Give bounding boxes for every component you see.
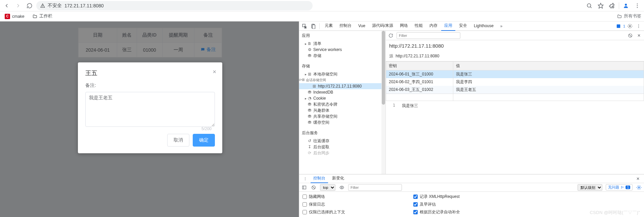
overflow-icon[interactable]: » bbox=[497, 24, 505, 29]
col-value[interactable]: 值 bbox=[453, 62, 644, 70]
svg-point-8 bbox=[637, 7, 638, 8]
folder-icon bbox=[33, 14, 37, 19]
refresh-icon[interactable] bbox=[388, 33, 394, 38]
forward-icon[interactable] bbox=[13, 1, 23, 10]
tab-security[interactable]: 安全 bbox=[456, 21, 470, 31]
all-bookmarks[interactable]: 所有书签 bbox=[617, 13, 641, 19]
tab-application[interactable]: 应用 bbox=[441, 21, 455, 31]
svg-point-6 bbox=[637, 3, 638, 4]
check-eager[interactable]: 及早评估 bbox=[413, 202, 524, 207]
console-sidebar-icon[interactable] bbox=[301, 185, 307, 190]
context-select[interactable]: top bbox=[320, 184, 335, 191]
remark-textarea[interactable]: 我是王老五 bbox=[85, 92, 215, 127]
zoom-icon[interactable] bbox=[585, 1, 594, 10]
star-icon[interactable] bbox=[596, 1, 605, 10]
tree-cache[interactable]: ⛃缓存空间 bbox=[299, 119, 385, 125]
section-bg: 后台服务 bbox=[299, 128, 385, 138]
tab-memory[interactable]: 内存 bbox=[426, 21, 441, 31]
tab-network[interactable]: 网络 bbox=[397, 21, 411, 31]
insecure-label: 不安全 bbox=[48, 3, 62, 9]
tab-sources[interactable]: 源代码/来源 bbox=[369, 21, 396, 31]
bookmark-cmake[interactable]: C cmake bbox=[3, 13, 27, 20]
svg-rect-11 bbox=[312, 25, 315, 29]
issues-link[interactable]: 无问题 🏳 1 bbox=[606, 184, 633, 191]
drawer-kebab-icon[interactable] bbox=[301, 177, 309, 181]
live-expr-icon[interactable] bbox=[339, 185, 345, 190]
gear-icon[interactable] bbox=[626, 23, 634, 29]
tree-bg-fetch[interactable]: ↧后台提取 bbox=[299, 144, 385, 150]
storage-filter[interactable] bbox=[397, 32, 460, 39]
storage-row-empty[interactable] bbox=[386, 94, 644, 101]
tree-interest[interactable]: ⛃兴趣群体 bbox=[299, 107, 385, 113]
sidebar-scrollbar[interactable] bbox=[381, 31, 385, 174]
storage-row[interactable]: 2024-06-01_张三_01000我是张三 bbox=[386, 70, 644, 78]
browser-chrome: 不安全 172.21.17.11:8080 C cmake 工作栏 所有书签 bbox=[0, 0, 644, 21]
menu-icon[interactable] bbox=[633, 1, 642, 10]
tree-bg-sync[interactable]: ⟳后台同步 bbox=[299, 150, 385, 156]
console-drawer: 控制台 新变化 ✕ top 默认级别 无问题 🏳 1 bbox=[299, 174, 644, 217]
storage-panel: ✕ http://172.21.17.11:8080 源 http://172.… bbox=[386, 31, 644, 174]
back-icon[interactable] bbox=[2, 1, 11, 10]
char-count: 5/200 bbox=[201, 126, 212, 131]
tab-console[interactable]: 控制台 bbox=[336, 21, 355, 31]
omnibox[interactable]: 不安全 172.21.17.11:8080 bbox=[36, 1, 313, 10]
check-context[interactable]: 仅限已选择的上下文 bbox=[303, 209, 413, 215]
console-filter[interactable] bbox=[348, 184, 402, 191]
devtools: 元素 控制台 Vue 源代码/来源 网络 性能 内存 应用 安全 Lightho… bbox=[299, 21, 644, 217]
svg-point-26 bbox=[341, 187, 342, 188]
console-clear-icon[interactable] bbox=[311, 185, 317, 190]
inspect-icon[interactable] bbox=[301, 23, 309, 29]
confirm-button[interactable]: 确定 bbox=[193, 134, 215, 147]
tree-manifest[interactable]: ▸🗎清单 bbox=[299, 41, 385, 47]
tree-service-workers[interactable]: ⚙Service workers bbox=[299, 47, 385, 53]
issues-icon[interactable] bbox=[614, 24, 623, 29]
warning-icon bbox=[40, 3, 45, 8]
svg-point-19 bbox=[305, 177, 306, 178]
svg-point-5 bbox=[625, 4, 627, 6]
tree-private-token[interactable]: ⛃私密状态令牌 bbox=[299, 101, 385, 107]
extensions-icon[interactable] bbox=[607, 1, 617, 10]
device-icon[interactable] bbox=[309, 23, 317, 29]
cancel-button[interactable]: 取消 bbox=[167, 134, 189, 147]
level-select[interactable]: 默认级别 bbox=[578, 184, 602, 191]
tree-cookie[interactable]: ▸◔Cookie bbox=[299, 95, 385, 101]
storage-title: http://172.21.17.11:8080 bbox=[386, 40, 644, 51]
console-gear-icon[interactable] bbox=[636, 185, 642, 190]
clear-icon[interactable] bbox=[627, 33, 633, 38]
tree-storage[interactable]: ⛃存储 bbox=[299, 53, 385, 59]
storage-detail: 1 我是张三 bbox=[386, 101, 644, 111]
tree-indexeddb[interactable]: ⛃IndexedDB bbox=[299, 89, 385, 95]
drawer-tab-whatsnew[interactable]: 新变化 bbox=[329, 174, 347, 183]
svg-point-2 bbox=[587, 4, 591, 7]
col-key[interactable]: 密钥 bbox=[386, 62, 453, 70]
bookmark-workbar[interactable]: 工作栏 bbox=[31, 12, 54, 20]
drawer-tab-console[interactable]: 控制台 bbox=[311, 174, 328, 183]
tree-session-storage[interactable]: ▾storspan>⊞会话存储空间 bbox=[299, 77, 385, 83]
check-log-xhr[interactable]: 记录 XMLHttpRequest bbox=[413, 194, 524, 200]
tab-elements[interactable]: 元素 bbox=[322, 21, 336, 31]
tab-vue[interactable]: Vue bbox=[355, 21, 368, 31]
storage-row[interactable]: 2024-06-02_李四_01001我是李四 bbox=[386, 78, 644, 86]
kebab-icon[interactable] bbox=[635, 24, 643, 29]
check-autocomplete[interactable]: 根据历史记录自动补全 bbox=[413, 209, 524, 215]
tree-session-origin[interactable]: ⊞http://172.21.17.11:8080 bbox=[299, 83, 385, 89]
close-icon[interactable]: × bbox=[213, 68, 216, 75]
tree-shared[interactable]: ⛃共享存储空间 bbox=[299, 113, 385, 119]
drawer-close-icon[interactable]: ✕ bbox=[634, 176, 642, 181]
profile-icon[interactable] bbox=[621, 1, 631, 10]
svg-rect-12 bbox=[617, 24, 620, 28]
tab-lighthouse[interactable]: Lighthouse bbox=[471, 21, 497, 31]
tree-bfcache[interactable]: ↺往返缓存 bbox=[299, 138, 385, 144]
tab-performance[interactable]: 性能 bbox=[412, 21, 426, 31]
url-text: 172.21.17.11:8080 bbox=[64, 3, 104, 8]
storage-row[interactable]: 2024-06-03_王五_01002我是王老五 bbox=[386, 86, 644, 94]
delete-icon[interactable]: ✕ bbox=[636, 33, 642, 38]
svg-point-15 bbox=[638, 26, 639, 26]
modal-label: 备注: bbox=[85, 83, 215, 89]
svg-point-20 bbox=[305, 178, 306, 179]
folder-icon bbox=[617, 14, 622, 19]
tree-local-storage[interactable]: ▸⊞本地存储空间 bbox=[299, 71, 385, 77]
check-preserve[interactable]: 保留日志 bbox=[303, 202, 413, 207]
check-hide-network[interactable]: 隐藏网络 bbox=[303, 194, 413, 200]
reload-icon[interactable] bbox=[25, 1, 34, 10]
